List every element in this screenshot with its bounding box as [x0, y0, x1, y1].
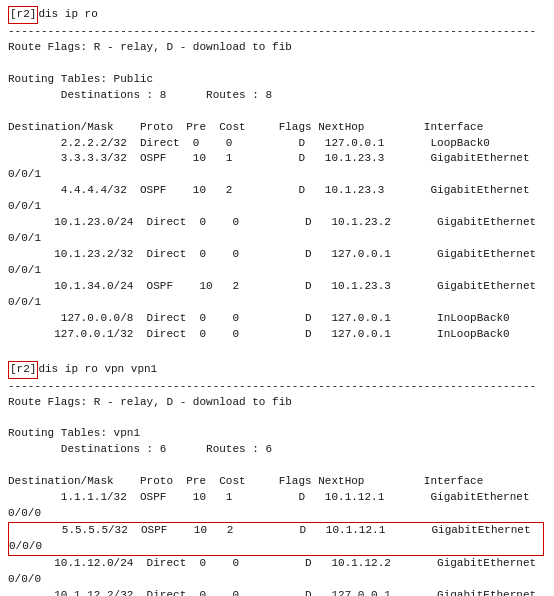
- table-row-cont: 0/0/1: [8, 263, 546, 279]
- table-row: 10.1.12.0/24 Direct 0 0 D 10.1.12.2 Giga…: [8, 556, 546, 572]
- section-stats-2: Destinations : 6 Routes : 6: [8, 442, 546, 458]
- table-row-cont: 0/0/0: [8, 572, 546, 588]
- table-row: 127.0.0.0/8 Direct 0 0 D 127.0.0.1 InLoo…: [8, 311, 546, 327]
- table-row-cont: 0/0/1: [8, 167, 546, 183]
- table-row-cont: 0/0/0: [8, 506, 546, 522]
- table-row-cont: 0/0/1: [8, 295, 546, 311]
- blank-1: [8, 56, 546, 72]
- table-row: 1.1.1.1/32 OSPF 10 1 D 10.1.12.1 Gigabit…: [8, 490, 546, 506]
- table-row: 4.4.4.4/32 OSPF 10 2 D 10.1.23.3 Gigabit…: [8, 183, 546, 199]
- terminal: [r2]dis ip ro --------------------------…: [4, 4, 550, 596]
- table-row-cont: 0/0/1: [8, 199, 546, 215]
- table-row-highlighted-cont: 0/0/0: [9, 539, 543, 555]
- table-row: 10.1.23.0/24 Direct 0 0 D 10.1.23.2 Giga…: [8, 215, 546, 231]
- divider-2: ----------------------------------------…: [8, 379, 546, 395]
- section-stats-1: Destinations : 8 Routes : 8: [8, 88, 546, 104]
- cmd2: dis ip ro vpn vpn1: [38, 363, 157, 375]
- blank-3: [8, 410, 546, 426]
- blank-s1: [8, 104, 546, 120]
- prompt-box-1: [r2]: [8, 6, 38, 24]
- table-row-cont: 0/0/1: [8, 231, 546, 247]
- table-row-highlighted: 5.5.5.5/32 OSPF 10 2 D 10.1.12.1 Gigabit…: [9, 523, 543, 539]
- table-row: 3.3.3.3/32 OSPF 10 1 D 10.1.23.3 Gigabit…: [8, 151, 546, 167]
- section-title-1: Routing Tables: Public: [8, 72, 546, 88]
- table-row: 2.2.2.2/32 Direct 0 0 D 127.0.0.1 LoopBa…: [8, 136, 546, 152]
- table-row: 10.1.23.2/32 Direct 0 0 D 127.0.0.1 Giga…: [8, 247, 546, 263]
- blank-s2: [8, 458, 546, 474]
- section-title-2: Routing Tables: vpn1: [8, 426, 546, 442]
- cmd1: dis ip ro: [38, 8, 97, 20]
- section-vpn1: Routing Tables: vpn1 Destinations : 6 Ro…: [8, 426, 546, 596]
- section-public: Routing Tables: Public Destinations : 8 …: [8, 72, 546, 343]
- table-header-1: Destination/Mask Proto Pre Cost Flags Ne…: [8, 120, 546, 136]
- divider-1: ----------------------------------------…: [8, 24, 546, 40]
- table-header-2: Destination/Mask Proto Pre Cost Flags Ne…: [8, 474, 546, 490]
- table-row: 127.0.0.1/32 Direct 0 0 D 127.0.0.1 InLo…: [8, 327, 546, 343]
- table-row: 10.1.34.0/24 OSPF 10 2 D 10.1.23.3 Gigab…: [8, 279, 546, 295]
- blank-2: [8, 345, 546, 361]
- prompt-line-1: [r2]dis ip ro: [8, 6, 546, 24]
- highlighted-row-box: 5.5.5.5/32 OSPF 10 2 D 10.1.12.1 Gigabit…: [8, 522, 544, 556]
- flags-2: Route Flags: R - relay, D - download to …: [8, 395, 546, 411]
- prompt-box-2: [r2]: [8, 361, 38, 379]
- prompt-line-2: [r2]dis ip ro vpn vpn1: [8, 361, 546, 379]
- table-row: 10.1.12.2/32 Direct 0 0 D 127.0.0.1 Giga…: [8, 588, 546, 596]
- flags-1: Route Flags: R - relay, D - download to …: [8, 40, 546, 56]
